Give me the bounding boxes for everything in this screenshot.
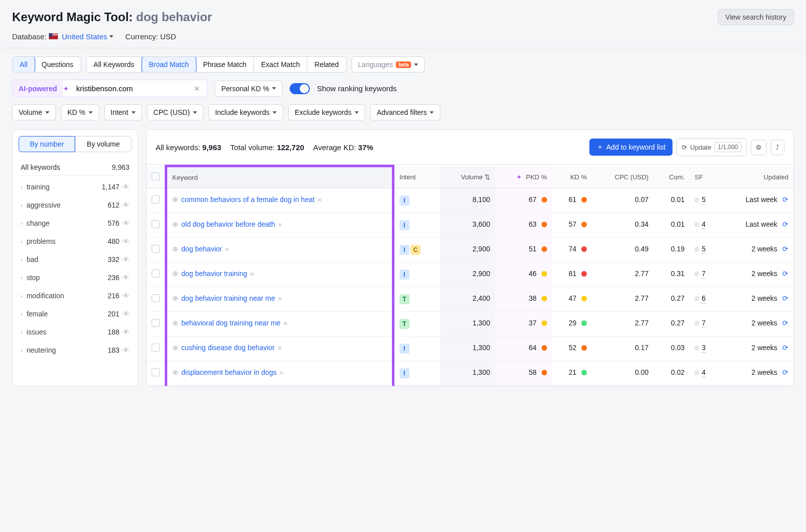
filter-include-keywords[interactable]: Include keywords: [209, 104, 283, 120]
col-volume[interactable]: Volume ⇅: [440, 166, 495, 188]
serp-preview-icon[interactable]: ⎚: [695, 294, 699, 302]
refresh-row-icon[interactable]: ⟳: [782, 319, 788, 327]
col-sf[interactable]: SF: [690, 166, 719, 188]
sidebar-group-issues[interactable]: ›issues188👁: [19, 323, 131, 341]
refresh-row-icon[interactable]: ⟳: [782, 294, 788, 302]
eye-icon[interactable]: 👁: [122, 274, 129, 282]
eye-icon[interactable]: 👁: [122, 346, 129, 354]
eye-icon[interactable]: 👁: [122, 201, 129, 209]
sidebar-group-aggressive[interactable]: ›aggressive612👁: [19, 196, 131, 214]
keyword-link[interactable]: cushing disease dog behavior: [181, 344, 275, 352]
expand-icon[interactable]: ⊕: [172, 344, 178, 352]
expand-icon[interactable]: ⊕: [172, 245, 178, 253]
filter-kd-[interactable]: KD %: [61, 104, 99, 120]
expand-icon[interactable]: ⊕: [172, 294, 178, 302]
col-keyword[interactable]: Keyword: [166, 166, 393, 188]
chevron-down-icon: [273, 111, 277, 114]
col-pkd[interactable]: ✦ PKD %: [495, 166, 552, 188]
eye-icon[interactable]: 👁: [122, 328, 129, 336]
domain-input[interactable]: [71, 80, 192, 97]
eye-icon[interactable]: 👁: [122, 183, 129, 191]
sidebar-group-stop[interactable]: ›stop236👁: [19, 269, 131, 287]
row-checkbox[interactable]: [152, 220, 160, 228]
serp-preview-icon[interactable]: ⎚: [695, 270, 699, 278]
serp-preview-icon[interactable]: ⎚: [695, 220, 699, 228]
serp-preview-icon[interactable]: ⎚: [695, 245, 699, 253]
keyword-link[interactable]: common behaviors of a female dog in heat: [181, 195, 315, 204]
refresh-row-icon[interactable]: ⟳: [782, 368, 788, 376]
serp-preview-icon[interactable]: ⎚: [695, 344, 699, 352]
refresh-row-icon[interactable]: ⟳: [782, 344, 788, 352]
filter-volume[interactable]: Volume: [12, 104, 56, 120]
filter-advanced-filters[interactable]: Advanced filters: [370, 104, 441, 120]
by-volume-tab[interactable]: By volume: [75, 136, 131, 152]
refresh-row-icon[interactable]: ⟳: [782, 195, 788, 204]
chevron-right-icon: ›: [21, 256, 23, 262]
update-button[interactable]: ⟳ Update 1/1,000: [677, 138, 747, 156]
clear-domain-icon[interactable]: ✕: [192, 85, 202, 93]
settings-button[interactable]: ⚙: [751, 140, 767, 155]
sidebar-group-problems[interactable]: ›problems480👁: [19, 232, 131, 250]
eye-icon[interactable]: 👁: [122, 292, 129, 300]
match-tab-related[interactable]: Related: [307, 57, 346, 72]
expand-icon[interactable]: ⊕: [172, 220, 178, 228]
match-tab-exact-match[interactable]: Exact Match: [254, 57, 307, 72]
match-tab-broad-match[interactable]: Broad Match: [142, 56, 196, 73]
serp-preview-icon[interactable]: ⎚: [695, 195, 699, 204]
refresh-row-icon[interactable]: ⟳: [782, 245, 788, 253]
keyword-link[interactable]: displacement behavior in dogs: [181, 368, 277, 376]
view-history-button[interactable]: View search history: [718, 9, 794, 25]
expand-icon[interactable]: ⊕: [172, 368, 178, 376]
sidebar-group-neutering[interactable]: ›neutering183👁: [19, 341, 131, 359]
all-keywords-group[interactable]: All keywords 9,963: [19, 159, 131, 176]
col-kd[interactable]: KD %: [552, 166, 592, 188]
eye-icon[interactable]: 👁: [122, 237, 129, 245]
match-tab-all-keywords[interactable]: All Keywords: [87, 57, 142, 72]
filter-cpc-usd-[interactable]: CPC (USD): [147, 104, 204, 120]
expand-icon[interactable]: ⊕: [172, 270, 178, 278]
keyword-link[interactable]: dog behavior: [181, 245, 222, 253]
refresh-row-icon[interactable]: ⟳: [782, 270, 788, 278]
row-checkbox[interactable]: [152, 195, 160, 204]
row-checkbox[interactable]: [152, 319, 160, 327]
sidebar-group-bad[interactable]: ›bad332👁: [19, 250, 131, 269]
col-updated[interactable]: Updated: [719, 166, 793, 188]
filter-exclude-keywords[interactable]: Exclude keywords: [288, 104, 365, 120]
export-button[interactable]: ⤴: [771, 140, 784, 155]
refresh-row-icon[interactable]: ⟳: [782, 220, 788, 228]
eye-icon[interactable]: 👁: [122, 219, 129, 227]
serp-preview-icon[interactable]: ⎚: [695, 319, 699, 327]
keyword-link[interactable]: dog behavior training: [181, 270, 247, 278]
ranking-keywords-toggle[interactable]: [290, 83, 310, 94]
expand-icon[interactable]: ⊕: [172, 195, 178, 204]
col-intent[interactable]: Intent: [393, 166, 440, 188]
match-tab-phrase-match[interactable]: Phrase Match: [196, 57, 254, 72]
keyword-link[interactable]: dog behavior training near me: [181, 294, 275, 302]
row-checkbox[interactable]: [152, 368, 160, 376]
expand-icon[interactable]: ⊕: [172, 319, 178, 327]
row-checkbox[interactable]: [152, 294, 160, 302]
type-tab-all[interactable]: All: [12, 56, 35, 73]
row-checkbox[interactable]: [152, 344, 160, 352]
eye-icon[interactable]: 👁: [122, 310, 129, 318]
sidebar-group-training[interactable]: ›training1,147👁: [19, 178, 131, 196]
database-selector[interactable]: Database: United States: [12, 32, 113, 41]
sidebar-group-change[interactable]: ›change576👁: [19, 214, 131, 232]
row-checkbox[interactable]: [152, 270, 160, 278]
keyword-link[interactable]: behavioral dog training near me: [181, 319, 281, 327]
select-all-checkbox[interactable]: [152, 172, 160, 180]
languages-dropdown[interactable]: Languages beta: [352, 56, 425, 73]
sidebar-group-modification[interactable]: ›modification216👁: [19, 287, 131, 305]
serp-preview-icon[interactable]: ⎚: [695, 368, 699, 376]
filter-intent[interactable]: Intent: [104, 104, 142, 120]
row-checkbox[interactable]: [152, 245, 160, 253]
keyword-link[interactable]: old dog behavior before death: [181, 220, 275, 228]
by-number-tab[interactable]: By number: [19, 136, 75, 152]
col-com[interactable]: Com.: [653, 166, 690, 188]
add-to-keyword-list-button[interactable]: ＋ Add to keyword list: [589, 139, 673, 156]
eye-icon[interactable]: 👁: [122, 255, 129, 263]
type-tab-questions[interactable]: Questions: [35, 57, 81, 72]
personal-kd-dropdown[interactable]: Personal KD %: [215, 81, 283, 97]
col-cpc[interactable]: CPC (USD): [592, 166, 653, 188]
sidebar-group-female[interactable]: ›female201👁: [19, 305, 131, 323]
